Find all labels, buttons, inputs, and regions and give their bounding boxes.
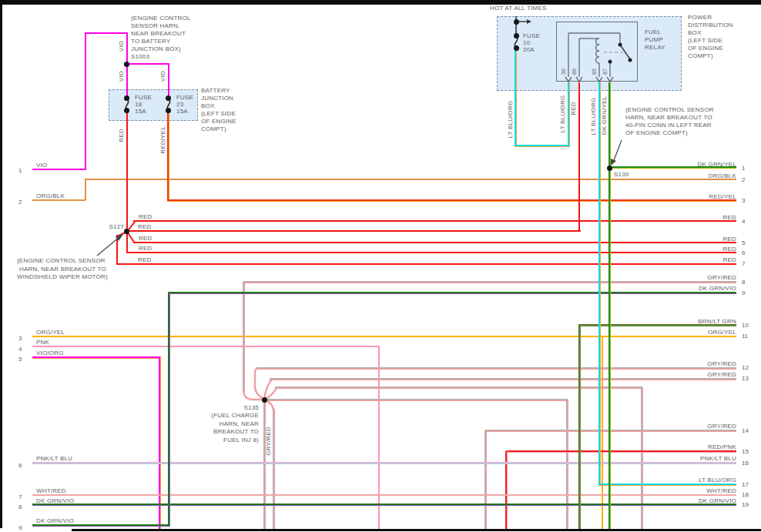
wire-lt-blu-org bbox=[598, 82, 601, 486]
wire-label-vertical: LT BLU/ORG bbox=[559, 87, 567, 141]
wire-label: RED bbox=[139, 235, 153, 243]
left-pin-number: 2 bbox=[18, 199, 22, 206]
bjb-label: BATTERY bbox=[201, 87, 230, 95]
bjb-label: OF ENGINE bbox=[201, 118, 236, 125]
wire-label: ORG/BLK bbox=[36, 192, 65, 200]
wire-label: RED bbox=[655, 256, 736, 264]
s135-note: (FUEL CHARGE bbox=[182, 412, 259, 420]
right-pin-number: 9 bbox=[742, 289, 745, 297]
bjb-label: (LEFT SIDE bbox=[201, 110, 236, 118]
wire-brn-lt-grn bbox=[578, 325, 581, 529]
s135-branch bbox=[255, 368, 264, 399]
wiring-diagram: 1 VIO 2 ORG/BLK 3 ORG/YEL 4 PNK 5 VIO/OR… bbox=[0, 0, 761, 532]
left-border bbox=[0, 5, 2, 528]
right-pin-number: 19 bbox=[742, 501, 749, 509]
s139-note: (ENGINE CONTROL SENSOR bbox=[625, 106, 714, 114]
wire-red bbox=[578, 82, 580, 232]
wire-label: RED bbox=[655, 236, 736, 243]
wire-pnk bbox=[32, 346, 380, 347]
wire-label: VIO bbox=[36, 162, 47, 169]
wire-gry-red bbox=[566, 400, 568, 529]
s127-note: WINDSHIELD WIPER MOTOR) bbox=[17, 273, 108, 281]
wire-label: ORG/BLK bbox=[655, 172, 736, 180]
feed-junction-dot bbox=[514, 19, 519, 25]
fuse-terminal-dot bbox=[514, 33, 519, 38]
splice-s139-dot bbox=[607, 166, 612, 171]
bjb-label: JUNCTION bbox=[201, 95, 233, 102]
s1003-note: (ENGINE CONTROL bbox=[131, 15, 191, 22]
right-pin-number: 10 bbox=[742, 322, 749, 330]
wire-red-yel bbox=[167, 199, 736, 202]
fuse-terminal-dot bbox=[514, 45, 519, 51]
wire-red bbox=[126, 252, 736, 253]
wire-label: ORG/YEL bbox=[36, 329, 65, 336]
wire-dk-grn-yel bbox=[608, 82, 611, 529]
wire-org-blk bbox=[85, 179, 736, 180]
pdb-label: (LEFT SIDE bbox=[688, 37, 722, 45]
wire-label: VIO/ORG bbox=[36, 350, 64, 357]
wire-label: PNK bbox=[36, 339, 49, 346]
left-pin-number: 7 bbox=[18, 494, 22, 501]
wire-label: DK GRN/VIO bbox=[655, 285, 736, 293]
fuse-terminal-dot bbox=[166, 108, 171, 113]
s127-note: (ENGINE CONTROL SENSOR bbox=[17, 257, 106, 265]
wire-label: RED/YEL bbox=[655, 193, 736, 201]
splice-s127-dot bbox=[124, 229, 129, 234]
right-pin-number: 14 bbox=[742, 427, 749, 435]
bjb-label: BOX bbox=[201, 102, 215, 110]
wire-red bbox=[126, 111, 128, 232]
s127-note: HARN, NEAR BREAKOUT TO bbox=[19, 266, 106, 273]
s139-note: HARN, NEAR BREAKOUT TO bbox=[625, 114, 712, 122]
wire-org-yel bbox=[602, 336, 603, 529]
s1003-note: NEAR BREAKOUT bbox=[131, 30, 186, 38]
s135-branch bbox=[266, 388, 277, 399]
right-pin-number: 12 bbox=[742, 364, 749, 372]
wire-label-vertical: VIO bbox=[159, 49, 167, 103]
wire-red-yel bbox=[167, 111, 169, 202]
top-border bbox=[0, 0, 761, 5]
wire-label: PNK/LT BLU bbox=[36, 455, 72, 463]
bjb-label: COMPT) bbox=[201, 125, 226, 133]
wire-gry-red bbox=[484, 430, 487, 529]
pdb-label: BOX bbox=[688, 29, 702, 37]
pdb-label: DISTRIBUTION bbox=[688, 22, 733, 29]
wire-dk-grn-vio bbox=[168, 292, 736, 294]
wire-label: RED bbox=[139, 245, 153, 253]
wire-label: GRY/RED bbox=[655, 371, 736, 379]
s127-name: S127 bbox=[98, 223, 124, 231]
right-pin-number: 17 bbox=[742, 481, 749, 489]
right-pin-number: 16 bbox=[742, 460, 749, 467]
fuse-18-label: 15A bbox=[135, 108, 146, 115]
wire-vio bbox=[85, 32, 86, 170]
wire-pnk-lt-blu bbox=[32, 462, 736, 464]
left-pin-number: 4 bbox=[18, 346, 22, 353]
relay-name: PUMP bbox=[645, 36, 663, 44]
s1003-note: TO BATTERY bbox=[131, 38, 170, 45]
left-pin-number: 5 bbox=[18, 356, 22, 363]
wire-label-vertical: VIO bbox=[118, 49, 126, 103]
wire-label: ORG/YEL bbox=[655, 329, 736, 336]
right-pin-number: 15 bbox=[742, 448, 749, 456]
relay-pin-number: 30 bbox=[560, 64, 568, 79]
pdb-label: OF ENGINE bbox=[688, 45, 723, 52]
wire-red bbox=[126, 231, 128, 253]
right-pin-number: 11 bbox=[742, 333, 748, 340]
wire-label-vertical: RED/YEL bbox=[159, 113, 167, 167]
s1003-note: S1003 bbox=[131, 53, 149, 61]
s139-arrowhead-icon bbox=[611, 159, 616, 166]
relay-pin-number: 87 bbox=[602, 64, 609, 79]
s1003-note: SENSOR HARN, bbox=[131, 22, 179, 30]
s135-note: FUEL INJ 8) bbox=[182, 437, 259, 444]
wire-label: GRY/RED bbox=[655, 423, 736, 430]
right-pin-number: 5 bbox=[742, 239, 745, 247]
right-pin-number: 2 bbox=[742, 176, 745, 184]
wire-label: RED bbox=[138, 256, 152, 264]
right-pin-number: 7 bbox=[742, 260, 745, 268]
s135-branch bbox=[264, 380, 272, 399]
right-pin-number: 18 bbox=[742, 491, 749, 499]
right-pin-number: 8 bbox=[742, 279, 745, 286]
wire-label: DK GRN/VIO bbox=[36, 497, 74, 505]
s139-name: S139 bbox=[614, 171, 629, 179]
wire-wht-red bbox=[32, 494, 736, 496]
wire-org-blk bbox=[85, 179, 86, 200]
